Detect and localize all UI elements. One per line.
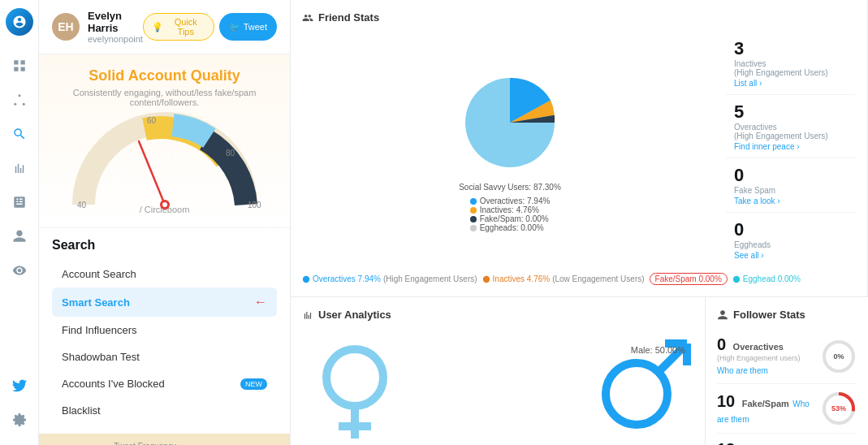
profile-handle: evelynonpoint: [88, 34, 143, 44]
twitter-bird-icon: 🐦: [229, 22, 240, 32]
svg-point-13: [303, 275, 309, 282]
quality-suffix: Account Quality: [128, 67, 240, 84]
sidebar-eye-icon[interactable]: [6, 257, 33, 284]
fakespam-circle: 53%: [821, 391, 857, 426]
sidebar-search-icon[interactable]: [6, 120, 33, 148]
gauge-container: 40 60 80 100 OUTSTANDING: [59, 107, 270, 213]
friend-stats-title: Friend Stats: [302, 11, 856, 24]
svg-point-0: [18, 94, 20, 97]
new-badge: NEW: [240, 378, 267, 390]
header-buttons: 💡 Quick Tips 🐦 Tweet: [143, 13, 277, 41]
sidebar-network-icon[interactable]: [6, 86, 33, 114]
follower-stats-title: Follower Stats: [717, 309, 857, 321]
overactives-circle: 0%: [821, 339, 857, 374]
friend-stats-pie: [453, 66, 567, 179]
sidebar: [0, 0, 39, 445]
user-analytics-title: User Analytics: [302, 309, 693, 321]
svg-text:OUTSTANDING: OUTSTANDING: [106, 150, 190, 186]
right-bottom: User Analytics Male: 50.00% Female: 50.: [291, 297, 868, 445]
svg-point-15: [733, 275, 740, 282]
stat-eggheads: 0 Eggheads See all ›: [726, 213, 856, 266]
gauge-svg: 40 60 80 100 OUTSTANDING: [67, 107, 262, 213]
male-pct-label: Male: 50.00%: [631, 345, 685, 355]
quality-prefix: Solid: [89, 67, 124, 84]
gauge-mark-80: 80: [226, 149, 235, 158]
quality-title: Solid Account Quality: [52, 67, 277, 84]
user-analytics-panel: User Analytics Male: 50.00% Female: 50.: [291, 297, 706, 445]
sidebar-twitter-icon[interactable]: [6, 372, 33, 400]
left-panel: EH Evelyn Harris evelynonpoint 💡 Quick T…: [39, 0, 291, 445]
app-logo[interactable]: [6, 8, 33, 36]
right-area: Friend Stats: [291, 0, 868, 445]
pie-chart-area: Social Savvy Users: 87.30% Overactives: …: [302, 32, 718, 266]
search-nav-title: Search: [52, 238, 277, 253]
gauge-mark-60: 60: [147, 116, 157, 125]
tweet-button[interactable]: 🐦 Tweet: [219, 13, 277, 41]
pie-legend: Overactives: 7.94% Inactives: 4.76% Fake…: [470, 197, 551, 232]
stat-overactives: 5 Overactives (High Engagement Users) Fi…: [726, 95, 856, 158]
tag-overactives: Overactives 7.94% (High Engagement Users…: [302, 273, 477, 285]
stat-fake-spam: 0 Fake Spam Take a look ›: [726, 158, 856, 213]
sidebar-grid-icon[interactable]: [6, 52, 33, 80]
profile-name: Evelyn Harris: [88, 10, 143, 34]
nav-item-account-search[interactable]: Account Search: [52, 261, 277, 287]
search-nav: Search Account Search Smart Search ← Fin…: [39, 228, 290, 434]
svg-point-14: [482, 275, 489, 282]
stat-inactives: 3 Inactives (High Engagement Users) List…: [726, 32, 856, 95]
svg-point-2: [22, 103, 24, 106]
svg-point-19: [606, 363, 667, 425]
inner-peace-link[interactable]: Find inner peace ›: [734, 142, 828, 151]
profile-header: EH Evelyn Harris evelynonpoint 💡 Quick T…: [39, 0, 290, 54]
friend-stats-right-col: 3 Inactives (High Engagement Users) List…: [726, 32, 856, 266]
friend-footer-tags: Overactives 7.94% (High Engagement Users…: [302, 273, 856, 285]
svg-point-1: [14, 103, 16, 106]
sidebar-settings-icon[interactable]: [6, 406, 33, 434]
tag-egghead: Egghead 0.00%: [732, 273, 801, 285]
nav-item-smart-search[interactable]: Smart Search ←: [52, 287, 277, 317]
follower-stats-panel: Follower Stats 0 Overactives (High Engag…: [706, 297, 868, 445]
quality-banner: Solid Account Quality Consistently engag…: [39, 54, 290, 228]
follower-overactives: 0 Overactives (High Engagement users) Wh…: [717, 329, 857, 384]
overactives-link[interactable]: Who are them: [717, 366, 768, 375]
sidebar-user-icon[interactable]: [6, 222, 33, 250]
female-symbol: [318, 333, 399, 445]
active-arrow-icon: ←: [254, 295, 267, 309]
follower-inactives: 13 Inactives: [717, 434, 857, 445]
quick-tips-button[interactable]: 💡 Quick Tips: [143, 13, 214, 41]
svg-point-16: [326, 349, 383, 406]
profile-info: Evelyn Harris evelynonpoint: [88, 10, 143, 44]
see-all-link[interactable]: See all ›: [734, 251, 771, 260]
sidebar-clipboard-icon[interactable]: [6, 188, 33, 216]
svg-point-7: [162, 202, 167, 207]
tag-inactives: Inactives 4.76% (Low Engagement Users): [482, 273, 645, 285]
social-savvy-label: Social Savvy Users: 87.30%: [459, 183, 561, 192]
gauge-mark-40: 40: [77, 201, 87, 210]
nav-item-blacklist[interactable]: Blacklist: [52, 397, 277, 424]
friend-stats-panel: Friend Stats: [291, 0, 868, 296]
gender-icons: Male: 50.00% Female: 50.00%: [302, 329, 693, 445]
follower-fakespam: 10 Fake/Spam Who are them 53%: [717, 384, 857, 434]
tag-fakespam: Fake/Spam 0.00%: [650, 273, 728, 285]
quality-sub: Consistently engaging, without/less fake…: [52, 88, 277, 107]
avatar: EH: [52, 13, 80, 41]
take-look-link[interactable]: Take a look ›: [734, 197, 780, 205]
friend-stats-content: Social Savvy Users: 87.30% Overactives: …: [302, 32, 856, 266]
list-all-link[interactable]: List all ›: [734, 79, 828, 88]
gauge-mark-100: 100: [248, 201, 261, 210]
nav-item-find-influencers[interactable]: Find Influencers: [52, 317, 277, 343]
tweet-freq-stat: Tweet Frequency 0 /mo: [103, 442, 187, 445]
right-top: Friend Stats: [291, 0, 868, 297]
nav-item-accounts-blocked[interactable]: Accounts I've Blocked NEW: [52, 370, 277, 397]
nav-item-shadowban-test[interactable]: Shadowban Test: [52, 343, 277, 370]
sidebar-chart-icon[interactable]: [6, 154, 33, 182]
lightbulb-icon: 💡: [152, 22, 163, 32]
stats-bar: 3,363 days Tweet Frequency 0 /mo Inactiv…: [39, 434, 290, 445]
